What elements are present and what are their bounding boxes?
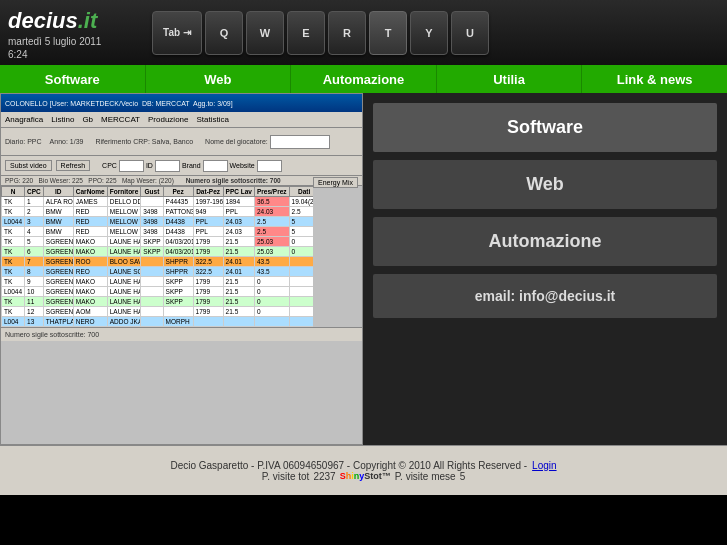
email-right-btn[interactable]: email: info@decius.it: [373, 274, 717, 318]
cell: JAMES: [73, 197, 107, 207]
cell: BMW: [43, 227, 73, 237]
cell: L0044: [2, 287, 25, 297]
cell: LAUNE HADANE: [107, 237, 141, 247]
table-row: TK12SGREENAOMLAUNE HADANE179921.50: [2, 307, 313, 317]
web-right-btn[interactable]: Web: [373, 160, 717, 209]
cell: 04/03/2017: [163, 247, 193, 257]
cell: LAUNE HADANE: [107, 287, 141, 297]
monthly-count: 5: [460, 471, 466, 482]
menu-merccat[interactable]: MERCCAT: [101, 115, 140, 124]
cell: 322.5: [193, 257, 223, 267]
cell: ROO: [73, 257, 107, 267]
th-cpc: CPC: [25, 187, 44, 197]
th-nome: PPC Lav: [223, 187, 254, 197]
cell: MAKO: [73, 237, 107, 247]
diario-group: Diario: PPC Anno: 1/39: [5, 138, 83, 145]
cell: [289, 287, 313, 297]
table-row: TK5SGREENMAKOLAUNE HADANESKPP04/03/20171…: [2, 237, 313, 247]
cell: 2.5: [289, 207, 313, 217]
cell: [289, 257, 313, 267]
diario-label: Diario: PPC: [5, 138, 42, 145]
nav-utilia[interactable]: Utilia: [437, 65, 583, 93]
cell: [141, 277, 163, 287]
nav-software[interactable]: Software: [0, 65, 146, 93]
cell: P44435: [163, 197, 193, 207]
brand-input[interactable]: [203, 160, 228, 172]
table-row: L00443BMWREDMELLOW YELLOW3498D4438PPL24.…: [2, 217, 313, 227]
nav-link-news[interactable]: Link & news: [582, 65, 727, 93]
cell: SHPPR: [163, 257, 193, 267]
anno-label: Anno: 1/39: [50, 138, 84, 145]
cell: 21.5: [223, 277, 254, 287]
cell: [141, 257, 163, 267]
cell: 24.03: [223, 217, 254, 227]
logo-area: decius.it martedì 5 luglio 2011 6:24: [8, 8, 101, 60]
cell: LAUNE SCOTT: [107, 267, 141, 277]
copyright-text: Decio Gasparetto - P.IVA 06094650967 - C…: [170, 460, 527, 471]
table-row: TK4BMWREDMELLOW YELLOW3498D4438PPL24.032…: [2, 227, 313, 237]
cell: 4: [25, 227, 44, 237]
cell: 2.5: [254, 227, 289, 237]
id-input[interactable]: [155, 160, 180, 172]
cell: PPL: [223, 207, 254, 217]
time-display: 6:24: [8, 49, 101, 60]
cell: 24.03: [223, 227, 254, 237]
cell: SGREEN: [43, 267, 73, 277]
cell: [141, 307, 163, 317]
energy-mix-btn[interactable]: Energy Mix: [313, 177, 358, 188]
cell: BMW: [43, 217, 73, 227]
refresh-btn[interactable]: Refresh: [56, 160, 91, 171]
main-content: COLONELLO [User: MARKETDECK/Vecio DB: ME…: [0, 93, 727, 445]
menu-gestione[interactable]: Gb: [82, 115, 93, 124]
menu-statistica[interactable]: Statistica: [197, 115, 229, 124]
cell: ALFA ROMEO: [43, 197, 73, 207]
right-panel: Software Web Automazione email: info@dec…: [363, 93, 727, 445]
app-title: COLONELLO [User: MARKETDECK/Vecio DB: ME…: [5, 100, 233, 107]
table-row: TK1ALFA ROMEOJAMESDELLO DDEP444351997-19…: [2, 197, 313, 207]
ref-label: Riferimento CRP: Salva, Banco: [95, 138, 193, 145]
cell: BLOO SAVAL: [107, 257, 141, 267]
table-row: TK6SGREENMAKOLAUNE HADANESKPP04/03/20171…: [2, 247, 313, 257]
cell: 1997-1964: [193, 197, 223, 207]
cell: NERO: [73, 317, 107, 327]
cell: [223, 317, 254, 327]
cell: 9: [25, 277, 44, 287]
cell: TK: [2, 277, 25, 287]
cell: 24.01: [223, 267, 254, 277]
subst-video-btn[interactable]: Subst video: [5, 160, 52, 171]
cell: 1799: [193, 307, 223, 317]
login-link[interactable]: Login: [532, 460, 556, 471]
cell: 43.5: [254, 257, 289, 267]
cell: SGREEN: [43, 277, 73, 287]
cell: TK: [2, 247, 25, 257]
website-input[interactable]: [257, 160, 282, 172]
cell: BMW: [43, 207, 73, 217]
cell: THATPLANCA: [43, 317, 73, 327]
date-display: martedì 5 luglio 2011: [8, 36, 101, 47]
shiny-logo: ShinyStot™: [340, 471, 391, 481]
th-max: Dati: [289, 187, 313, 197]
cell: TK: [2, 227, 25, 237]
cell: SGREEN: [43, 247, 73, 257]
cell: REO: [73, 267, 107, 277]
cell: TK: [2, 257, 25, 267]
menu-listino[interactable]: Listino: [51, 115, 74, 124]
menu-anagrafica[interactable]: Anagrafica: [5, 115, 43, 124]
cell: 5: [25, 237, 44, 247]
cell: [254, 317, 289, 327]
cell: 36.5: [254, 197, 289, 207]
software-right-btn[interactable]: Software: [373, 103, 717, 152]
cell: MAKO: [73, 247, 107, 257]
automazione-right-btn[interactable]: Automazione: [373, 217, 717, 266]
cell: PPL: [193, 227, 223, 237]
cpc-input[interactable]: [119, 160, 144, 172]
cell: 6: [25, 247, 44, 257]
th-gust: Gust: [141, 187, 163, 197]
nav-automazione[interactable]: Automazione: [291, 65, 437, 93]
th-fornitore: Fornitore: [107, 187, 141, 197]
menu-produzione[interactable]: Produzione: [148, 115, 188, 124]
nav-web[interactable]: Web: [146, 65, 292, 93]
cell: 5: [289, 227, 313, 237]
cell: 43.5: [254, 267, 289, 277]
cognome-input[interactable]: [270, 135, 330, 149]
